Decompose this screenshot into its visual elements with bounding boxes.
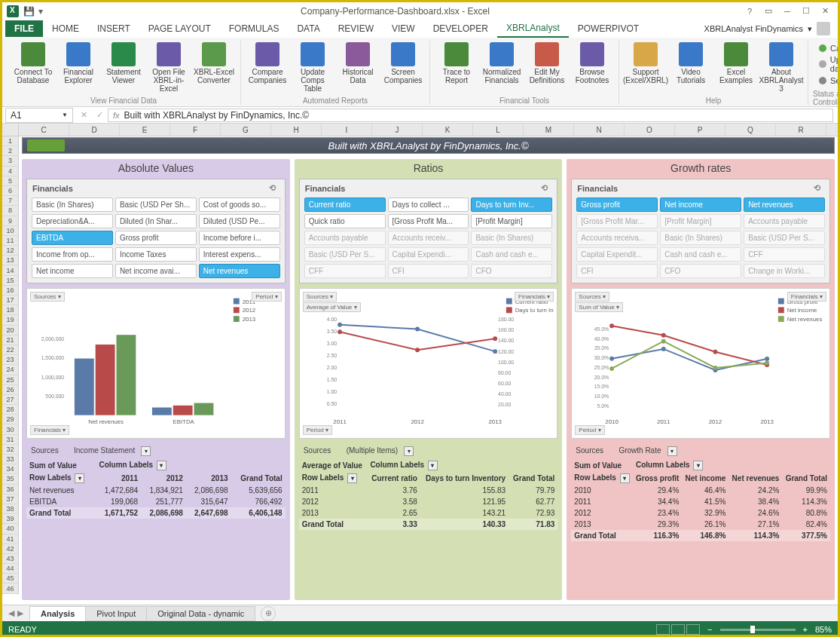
chart[interactable]: Current ratioDays to turn Inventory0.501…	[299, 288, 558, 439]
chart-filter-sources[interactable]: Sources ▾	[303, 292, 338, 302]
menu-review[interactable]: REVIEW	[329, 20, 383, 37]
slicer-item[interactable]: CFO	[471, 264, 552, 278]
status-up-to-date[interactable]: Up-to-date	[819, 55, 840, 73]
menu-developer[interactable]: DEVELOPER	[424, 20, 497, 37]
slicer-item[interactable]: [Profit Margin]	[660, 214, 741, 228]
slicer-item[interactable]: Income before i...	[199, 231, 280, 245]
chart-filter-financials[interactable]: Financials ▾	[515, 292, 554, 302]
slicer-item[interactable]: Cash and cash e...	[660, 247, 741, 262]
slicer-item[interactable]: Accounts payable	[304, 231, 386, 245]
filter-icon[interactable]: ▾	[347, 473, 357, 483]
row-header[interactable]: 38	[2, 504, 18, 514]
ribbon-edit-my-definitions[interactable]: Edit My Definitions	[525, 41, 569, 86]
row-header[interactable]: 6	[2, 186, 18, 196]
col-header[interactable]: N	[574, 124, 625, 136]
row-header[interactable]: 19	[2, 315, 18, 325]
slicer-item[interactable]: Accounts receiv...	[388, 231, 469, 245]
slicer-item[interactable]: Gross profit	[576, 198, 658, 212]
slicer-item[interactable]: Basic (In Shares)	[660, 231, 741, 245]
menu-xbrlanalyst[interactable]: XBRLAnalyst	[497, 20, 569, 38]
col-header[interactable]: K	[423, 124, 473, 136]
col-header[interactable]: E	[120, 124, 170, 136]
col-header[interactable]: J	[372, 124, 423, 136]
filter-icon[interactable]: ▾	[404, 446, 414, 456]
row-header[interactable]: 35	[2, 474, 18, 484]
slicer-item[interactable]: Accounts payable	[744, 214, 825, 228]
row-header[interactable]: 2	[2, 146, 18, 156]
save-icon[interactable]: 💾	[23, 6, 34, 17]
col-header[interactable]: G	[221, 124, 271, 136]
user-dropdown-icon[interactable]: ▾	[808, 24, 812, 34]
slicer-item[interactable]: CFF	[744, 247, 825, 262]
minimize-button[interactable]: ─	[779, 5, 796, 18]
slicer-item[interactable]: Net income	[32, 264, 113, 278]
ribbon-screen-companies[interactable]: Screen Companies	[381, 41, 425, 86]
col-header[interactable]: I	[322, 124, 372, 136]
slicer-item[interactable]: Gross profit	[115, 231, 197, 245]
row-header[interactable]: 31	[2, 435, 18, 445]
row-header[interactable]: 36	[2, 485, 18, 495]
formula-input[interactable]: Built with XBRLAnalyst by FinDynamics, I…	[124, 110, 310, 121]
slicer-item[interactable]: Capital Expendi...	[388, 247, 469, 262]
slicer-item[interactable]: CFI	[576, 264, 658, 278]
filter-icon[interactable]: ▾	[667, 446, 677, 456]
row-header[interactable]: 5	[2, 176, 18, 186]
ribbon-open-file-xbrl-in-excel[interactable]: Open File XBRL-in-Excel	[147, 41, 191, 94]
menu-formulas[interactable]: FORMULAS	[220, 20, 289, 37]
row-header[interactable]: 8	[2, 206, 18, 216]
zoom-slider[interactable]	[720, 629, 796, 631]
slicer-item[interactable]: CFI	[388, 264, 469, 278]
ribbon-compare-companies[interactable]: Compare Companies	[246, 41, 289, 86]
slicer-item[interactable]: Net income	[660, 198, 741, 212]
chart-filter-sum-of-value[interactable]: Sum of Value ▾	[575, 302, 623, 312]
clear-filter-icon[interactable]: ⟲	[541, 183, 551, 194]
row-header[interactable]: 32	[2, 445, 18, 455]
row-header[interactable]: 11	[2, 236, 18, 246]
slicer-item[interactable]: Days to turn Inv...	[471, 198, 552, 212]
clear-filter-icon[interactable]: ⟲	[814, 183, 824, 194]
chart-filter-period[interactable]: Period ▾	[252, 292, 281, 302]
row-header[interactable]: 13	[2, 256, 18, 265]
chart[interactable]: 201120122013500,0001,000,0001,500,0002,0…	[26, 288, 286, 439]
row-header[interactable]: 14	[2, 265, 18, 275]
menu-powerpivot[interactable]: POWERPIVOT	[569, 20, 648, 37]
row-header[interactable]: 44	[2, 564, 18, 574]
row-header[interactable]: 17	[2, 296, 18, 305]
ribbon-options-icon[interactable]: ▭	[760, 5, 777, 18]
slicer-item[interactable]: Days to collect ...	[388, 198, 469, 212]
chart-filter-period[interactable]: Period ▾	[303, 425, 332, 435]
view-break-button[interactable]	[686, 624, 700, 635]
ribbon-trace-to-report[interactable]: Trace to Report	[435, 41, 478, 86]
row-header[interactable]: 22	[2, 345, 18, 355]
col-header[interactable]: M	[524, 124, 574, 136]
row-header[interactable]: 40	[2, 524, 18, 534]
chart[interactable]: Gross profitNet incomeNet revenues5.0%10…	[571, 288, 830, 439]
fx-icon[interactable]: fx	[113, 111, 120, 120]
chart-filter-period[interactable]: Period ▾	[575, 425, 604, 435]
ribbon-historical-data[interactable]: Historical Data	[336, 41, 380, 86]
slicer-item[interactable]: Basic (In Shares)	[471, 231, 552, 245]
row-header[interactable]: 45	[2, 574, 18, 583]
row-header[interactable]: 34	[2, 464, 18, 474]
row-header[interactable]: 30	[2, 424, 18, 434]
ribbon-video-tutorials[interactable]: Video Tutorials	[669, 41, 713, 86]
chart-filter-financials[interactable]: Financials ▾	[30, 425, 69, 435]
row-header[interactable]: 20	[2, 326, 18, 335]
slicer-item[interactable]: EBITDA	[32, 231, 113, 245]
menu-view[interactable]: VIEW	[383, 20, 424, 37]
row-header[interactable]: 10	[2, 226, 18, 236]
select-all-triangle[interactable]	[2, 124, 19, 136]
row-header[interactable]: 29	[2, 415, 18, 424]
col-header[interactable]: F	[170, 124, 221, 136]
zoom-out-button[interactable]: −	[707, 625, 712, 634]
slicer-item[interactable]: Income Taxes	[115, 247, 197, 262]
slicer-item[interactable]: CFF	[304, 264, 386, 278]
col-header[interactable]: D	[69, 124, 120, 136]
col-header[interactable]: R	[776, 124, 826, 136]
cancel-icon[interactable]: ✕	[76, 110, 92, 120]
slicer-item[interactable]: CFO	[660, 264, 741, 278]
slicer-item[interactable]: Net revenues	[199, 264, 280, 278]
row-header[interactable]: 24	[2, 365, 18, 375]
ribbon-connect-to-database[interactable]: Connect To Database	[11, 41, 55, 86]
slicer-item[interactable]: Cash and cash e...	[471, 247, 552, 262]
